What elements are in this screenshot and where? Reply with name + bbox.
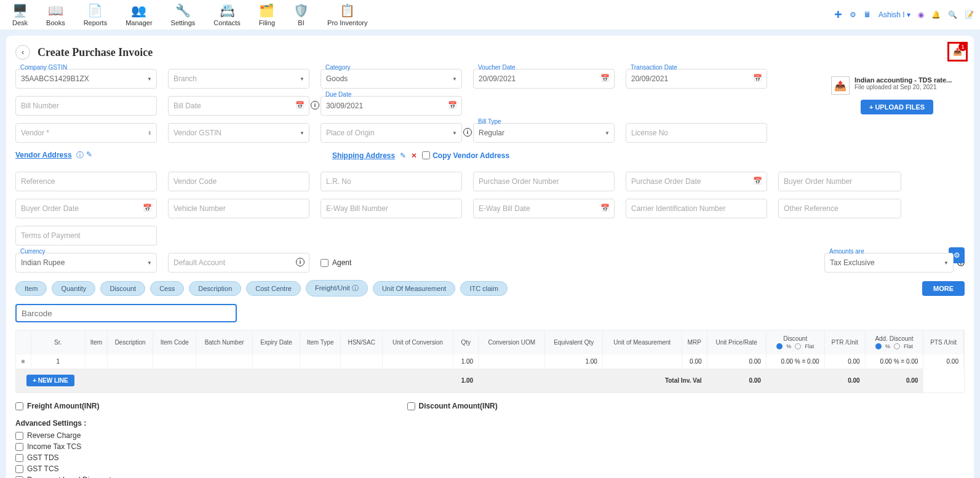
settings-icon: 🔧 bbox=[175, 3, 191, 18]
nav-settings[interactable]: 🔧Settings bbox=[171, 3, 196, 26]
discount-flat-radio[interactable] bbox=[795, 343, 801, 349]
shipping-address-link[interactable]: Shipping Address bbox=[332, 151, 395, 160]
copy-vendor-address-checkbox[interactable] bbox=[422, 151, 430, 159]
po-date-input[interactable] bbox=[626, 172, 767, 191]
due-date-input[interactable] bbox=[321, 96, 462, 116]
edit-icon[interactable]: ✎ bbox=[86, 150, 92, 161]
nav-filing[interactable]: 🗂️Filing bbox=[259, 3, 275, 26]
nav-inventory[interactable]: 📋Pro Inventory bbox=[327, 3, 367, 26]
pill-itc[interactable]: ITC claim bbox=[460, 281, 507, 296]
calc-icon[interactable]: 🖩 bbox=[864, 10, 871, 19]
amounts-select[interactable] bbox=[824, 253, 954, 273]
inventory-icon: 📋 bbox=[340, 3, 355, 18]
new-line-button[interactable]: + NEW LINE bbox=[26, 375, 74, 386]
note-icon[interactable]: 📝 bbox=[965, 10, 974, 19]
pill-description[interactable]: Description bbox=[189, 281, 241, 296]
user-menu[interactable]: Ashish I ▾ bbox=[878, 10, 910, 19]
drag-handle-icon[interactable]: ≡ bbox=[16, 354, 31, 368]
eway-bill-no-input[interactable] bbox=[321, 199, 462, 218]
books-icon: 📖 bbox=[48, 3, 63, 18]
agent-checkbox[interactable] bbox=[321, 259, 329, 267]
voucher-date-input[interactable] bbox=[473, 69, 615, 89]
page-title: Create Purchase Invoice bbox=[38, 46, 153, 59]
pill-freight[interactable]: Freight/Unit ⓘ bbox=[306, 280, 368, 297]
calendar-icon: 📅 bbox=[143, 204, 152, 212]
calendar-icon: 📅 bbox=[600, 74, 610, 82]
buyer-order-no-input[interactable] bbox=[778, 172, 901, 191]
nav-bi[interactable]: 🛡️BI bbox=[293, 3, 309, 26]
bi-icon: 🛡️ bbox=[293, 3, 309, 18]
pill-cost-centre[interactable]: Cost Centre bbox=[246, 281, 301, 296]
po-number-input[interactable] bbox=[473, 172, 615, 191]
vendor-gstin-select[interactable] bbox=[168, 123, 309, 143]
discount-amount-checkbox[interactable] bbox=[407, 402, 415, 410]
nav-books[interactable]: 📖Books bbox=[46, 3, 65, 26]
eway-bill-date-input[interactable] bbox=[473, 199, 615, 218]
pill-uom[interactable]: Unit Of Measurement bbox=[373, 281, 456, 296]
info-icon[interactable]: i bbox=[296, 258, 305, 266]
bill-number-input[interactable] bbox=[15, 96, 157, 116]
branch-select[interactable] bbox=[168, 69, 309, 89]
vehicle-number-input[interactable] bbox=[168, 199, 309, 218]
add-discount-pct-radio[interactable] bbox=[875, 343, 882, 349]
filing-icon: 🗂️ bbox=[259, 3, 274, 18]
reverse-charge-checkbox[interactable] bbox=[15, 432, 23, 440]
vendor-address-link[interactable]: Vendor Address bbox=[15, 151, 72, 159]
category-select[interactable] bbox=[321, 69, 462, 89]
manager-icon: 👥 bbox=[131, 3, 146, 18]
doc-discount-checkbox[interactable] bbox=[15, 476, 23, 479]
table-row[interactable]: ≡ 1 1.00 1.00 0.00 0.00 0.00 % = 0.00 0.… bbox=[16, 354, 964, 368]
gear-icon[interactable]: ⚙ bbox=[850, 10, 856, 19]
add-discount-flat-radio[interactable] bbox=[894, 343, 900, 349]
upload-file-title: Indian accounting - TDS rate... bbox=[855, 76, 963, 84]
gst-tcs-checkbox[interactable] bbox=[15, 465, 23, 473]
terms-input[interactable] bbox=[15, 226, 157, 245]
pill-cess[interactable]: Cess bbox=[150, 281, 184, 296]
barcode-input[interactable] bbox=[15, 304, 237, 322]
company-gstin-select[interactable] bbox=[15, 69, 157, 89]
nav-desk[interactable]: 🖥️Desk bbox=[12, 3, 28, 26]
add-icon[interactable]: + bbox=[834, 7, 842, 23]
edit-icon[interactable]: ✎ bbox=[400, 151, 406, 160]
close-icon[interactable]: ✕ bbox=[411, 151, 417, 160]
income-tcs-checkbox[interactable] bbox=[15, 443, 23, 451]
vendor-select[interactable] bbox=[15, 123, 157, 143]
attachment-badge-box[interactable]: 📤 1 bbox=[947, 42, 968, 62]
license-input[interactable] bbox=[626, 123, 767, 143]
buyer-order-date-input[interactable] bbox=[15, 199, 157, 218]
badge-icon[interactable]: ◉ bbox=[918, 10, 924, 19]
file-upload-icon: 📤 bbox=[831, 76, 850, 95]
more-button[interactable]: MORE bbox=[922, 281, 965, 296]
back-button[interactable]: ‹ bbox=[15, 45, 30, 60]
chevron-left-icon: ‹ bbox=[22, 48, 24, 57]
discount-pct-radio[interactable] bbox=[776, 343, 783, 349]
nav-manager[interactable]: 👥Manager bbox=[125, 3, 152, 26]
info-icon[interactable]: ⓘ bbox=[76, 150, 84, 161]
notif-icon[interactable]: 🔔 bbox=[931, 10, 941, 19]
other-ref-input[interactable] bbox=[778, 199, 901, 218]
transaction-date-input[interactable] bbox=[626, 69, 767, 89]
upload-files-button[interactable]: + UPLOAD FILES bbox=[861, 100, 933, 114]
lr-no-input[interactable] bbox=[321, 172, 462, 191]
info-icon[interactable]: i bbox=[311, 101, 319, 110]
pill-discount[interactable]: Discount bbox=[100, 281, 145, 296]
reports-icon: 📄 bbox=[87, 3, 103, 18]
line-items-table: Sr. Item Description Item Code Batch Num… bbox=[16, 330, 964, 392]
place-origin-select[interactable] bbox=[321, 123, 462, 143]
gst-tds-checkbox[interactable] bbox=[15, 454, 23, 462]
vendor-code-input[interactable] bbox=[168, 172, 309, 191]
info-icon[interactable]: i bbox=[463, 128, 472, 137]
bill-date-input[interactable] bbox=[168, 96, 309, 116]
bill-type-select[interactable] bbox=[473, 123, 615, 143]
pill-quantity[interactable]: Quantity bbox=[52, 281, 95, 296]
currency-select[interactable] bbox=[15, 253, 157, 273]
search-icon[interactable]: 🔍 bbox=[948, 10, 957, 19]
default-account-input[interactable] bbox=[168, 253, 309, 273]
freight-amount-checkbox[interactable] bbox=[15, 402, 23, 410]
nav-reports[interactable]: 📄Reports bbox=[84, 3, 108, 26]
pill-item[interactable]: Item bbox=[15, 281, 47, 296]
advanced-settings-label: Advanced Settings : bbox=[15, 419, 965, 428]
carrier-id-input[interactable] bbox=[626, 199, 767, 218]
reference-input[interactable] bbox=[15, 172, 157, 191]
nav-contacts[interactable]: 📇Contacts bbox=[213, 3, 240, 26]
